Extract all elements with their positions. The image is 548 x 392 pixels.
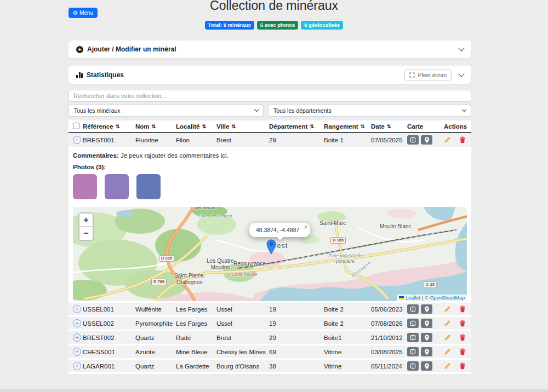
column-header-ville[interactable]: Ville⇅ bbox=[216, 123, 269, 130]
road-ref-chip: D 165 bbox=[330, 237, 346, 244]
edit-button[interactable] bbox=[444, 334, 451, 341]
cell-localite: Filon bbox=[176, 137, 216, 143]
collapse-row-button[interactable]: − bbox=[73, 136, 81, 144]
geolocate-button[interactable] bbox=[421, 135, 432, 145]
photo-thumbnail[interactable] bbox=[105, 174, 129, 199]
cell-rangement: Boite1 bbox=[324, 335, 371, 341]
select-all-checkbox[interactable] bbox=[73, 123, 79, 129]
delete-button[interactable] bbox=[459, 362, 466, 370]
leaflet-link[interactable]: Leaflet bbox=[406, 295, 420, 301]
search-input[interactable] bbox=[68, 90, 471, 102]
show-map-button[interactable] bbox=[407, 361, 419, 371]
edit-button[interactable] bbox=[444, 305, 451, 313]
expand-row-button[interactable]: + bbox=[73, 333, 81, 342]
map-popup: 48.3874, -4.4887 × bbox=[249, 223, 310, 239]
fullscreen-button[interactable]: Plein écran bbox=[404, 70, 452, 80]
road-ref-chip: D 789 bbox=[151, 279, 167, 285]
map-pin-icon bbox=[424, 335, 430, 341]
table-row: + BREST002 Quartz Rade Brest 29 Boite1 2… bbox=[68, 331, 471, 345]
menu-button[interactable]: ⚙ Menu bbox=[68, 8, 98, 18]
cell-localite: La Gardette bbox=[176, 363, 216, 370]
geolocate-button[interactable] bbox=[421, 304, 432, 314]
geolocate-button[interactable] bbox=[421, 319, 432, 328]
map-label: Base navale bbox=[232, 272, 258, 277]
map-icon bbox=[410, 335, 416, 341]
map-marker-icon[interactable] bbox=[266, 239, 276, 257]
expand-row-button[interactable]: + bbox=[73, 362, 81, 370]
photo-thumbnail[interactable] bbox=[73, 174, 97, 199]
column-header-departement[interactable]: Département⇅ bbox=[269, 123, 324, 130]
edit-button[interactable] bbox=[444, 136, 451, 143]
cell-date: 21/10/2012 bbox=[371, 335, 407, 341]
leaflet-map[interactable]: Bellevue Rives de Penfeld Saint-Marc Mou… bbox=[73, 207, 467, 301]
popup-close-button[interactable]: × bbox=[304, 224, 307, 230]
fullscreen-icon bbox=[409, 72, 415, 78]
show-map-button[interactable] bbox=[407, 319, 419, 328]
show-map-button[interactable] bbox=[407, 135, 419, 145]
table-row: − BREST001 Fluorine Filon Brest 29 Boite… bbox=[68, 133, 471, 147]
show-map-button[interactable] bbox=[407, 304, 419, 314]
expand-row-button[interactable]: + bbox=[73, 348, 81, 356]
cell-departement: 29 bbox=[269, 335, 324, 341]
statistics-panel-title: Statistiques bbox=[87, 71, 124, 79]
column-header-rangement[interactable]: Rangement⇅ bbox=[324, 123, 371, 130]
photos-label: Photos (3): bbox=[73, 164, 467, 170]
cell-nom: Wulfénite bbox=[135, 306, 176, 313]
trash-icon bbox=[459, 362, 466, 370]
department-filter-value: Tous les départements bbox=[273, 107, 332, 114]
fullscreen-button-label: Plein écran bbox=[418, 72, 447, 78]
menu-button-label: Menu bbox=[79, 10, 93, 16]
edit-button[interactable] bbox=[444, 320, 451, 327]
show-map-button[interactable] bbox=[407, 347, 419, 356]
column-header-localite[interactable]: Localité⇅ bbox=[176, 123, 216, 130]
statistics-panel-header[interactable]: Statistiques Plein écran bbox=[68, 66, 471, 84]
delete-button[interactable] bbox=[459, 136, 466, 143]
photo-thumbnail[interactable] bbox=[136, 174, 161, 199]
column-header-actions: Actions bbox=[441, 123, 467, 130]
cell-rangement: Boite 2 bbox=[324, 320, 371, 327]
zoom-in-button[interactable]: + bbox=[79, 214, 93, 227]
delete-button[interactable] bbox=[459, 348, 466, 355]
column-header-reference[interactable]: Référence⇅ bbox=[83, 123, 135, 130]
cell-reference: USSEL002 bbox=[83, 320, 135, 327]
mineral-filter-select[interactable]: Tous les minéraux bbox=[68, 105, 264, 117]
expand-row-button[interactable]: + bbox=[73, 319, 81, 327]
column-header-nom[interactable]: Nom⇅ bbox=[135, 123, 176, 130]
cell-departement: 38 bbox=[269, 363, 324, 370]
map-label: Bellevue bbox=[195, 207, 215, 210]
cell-ville: Ussel bbox=[216, 320, 269, 327]
table-header-row: Référence⇅ Nom⇅ Localité⇅ Ville⇅ Départe… bbox=[68, 120, 471, 133]
edit-button[interactable] bbox=[444, 348, 451, 355]
geolocated-badge: 6 géolocalisés bbox=[301, 21, 343, 30]
add-mineral-panel-title: Ajouter / Modifier un minéral bbox=[87, 45, 176, 53]
trash-icon bbox=[459, 136, 466, 143]
osm-link[interactable]: © OpenStreetMap bbox=[425, 295, 465, 301]
cell-localite: Les Farges bbox=[176, 320, 216, 327]
edit-button[interactable] bbox=[444, 362, 451, 370]
map-label: Les Quatre Moulins bbox=[203, 258, 237, 270]
geolocate-button[interactable] bbox=[421, 347, 432, 356]
trash-icon bbox=[459, 348, 466, 355]
map-pin-icon bbox=[424, 137, 430, 143]
map-label: Zone industrielle portuaire bbox=[326, 253, 364, 264]
map-label: Moulin Blanc bbox=[380, 223, 411, 229]
cell-date: 07/05/2025 bbox=[371, 137, 407, 143]
chevron-down-icon bbox=[254, 107, 259, 112]
geolocate-button[interactable] bbox=[421, 361, 432, 371]
delete-button[interactable] bbox=[459, 305, 466, 313]
bottom-strip bbox=[0, 389, 548, 392]
delete-button[interactable] bbox=[459, 334, 466, 341]
zoom-out-button[interactable]: − bbox=[79, 227, 93, 240]
cell-localite: Rade bbox=[176, 335, 216, 341]
delete-button[interactable] bbox=[459, 320, 466, 327]
expand-row-button[interactable]: + bbox=[73, 305, 81, 313]
trash-icon bbox=[459, 320, 466, 327]
comments-label: Commentaires: bbox=[73, 152, 119, 159]
department-filter-select[interactable]: Tous les départements bbox=[268, 105, 471, 117]
geolocate-button[interactable] bbox=[421, 333, 432, 342]
column-header-date[interactable]: Date⇅ bbox=[371, 123, 407, 130]
show-map-button[interactable] bbox=[407, 333, 419, 342]
add-mineral-panel-header[interactable]: + Ajouter / Modifier un minéral bbox=[68, 41, 471, 58]
pencil-icon bbox=[444, 320, 451, 327]
pencil-icon bbox=[444, 348, 451, 355]
